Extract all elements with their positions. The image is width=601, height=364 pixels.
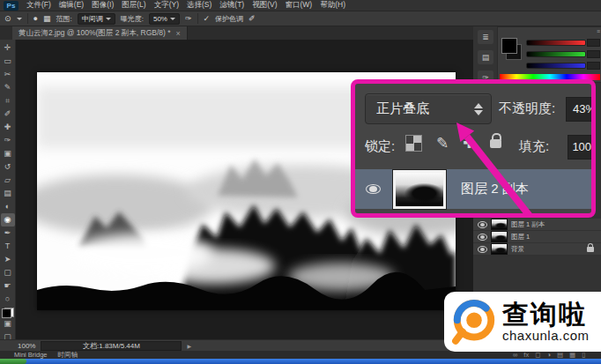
- layer-row[interactable]: 图层 1: [473, 231, 601, 243]
- layer-row[interactable]: 图层 1 副本: [473, 219, 601, 231]
- color-swatches[interactable]: [2, 308, 14, 317]
- adjustment-icon[interactable]: ◑: [546, 351, 551, 359]
- quick-mask-icon[interactable]: ▣: [1, 317, 15, 331]
- layer-thumbnail[interactable]: [491, 231, 508, 242]
- document-tab[interactable]: 黄山云海2.jpg @ 100%(图层 2 副本, RGB/8) * ×: [12, 26, 188, 40]
- ps-logo: Ps: [4, 1, 19, 11]
- tool-path-selection[interactable]: ➤: [1, 253, 15, 266]
- link-icon[interactable]: ∞: [513, 351, 517, 359]
- new-layer-icon[interactable]: ▦: [569, 351, 575, 359]
- foreground-color-swatch[interactable]: [2, 308, 11, 318]
- menu-type[interactable]: 文字(Y): [154, 0, 179, 11]
- blue-slider[interactable]: [526, 63, 586, 69]
- group-icon[interactable]: ▤: [557, 351, 563, 359]
- tab-timeline[interactable]: 时间轴: [58, 351, 78, 360]
- red-slider[interactable]: [526, 40, 586, 46]
- lock-pixels-brush-icon[interactable]: ✎: [436, 136, 449, 151]
- tool-dodge[interactable]: ◉: [1, 213, 15, 227]
- preset-panel-icon[interactable]: ▦: [43, 14, 51, 23]
- fx-icon[interactable]: fx: [523, 351, 529, 359]
- blend-mode-dropdown[interactable]: 正片叠底: [365, 93, 492, 124]
- tool-healing-brush[interactable]: ✚: [1, 121, 15, 134]
- tool-hand[interactable]: ☛: [1, 279, 15, 293]
- document-title: 黄山云海2.jpg @ 100%(图层 2 副本, RGB/8) *: [19, 28, 171, 39]
- menu-layer[interactable]: 图层(L): [122, 0, 145, 11]
- airbrush-icon[interactable]: ✐: [249, 14, 256, 23]
- zoom-tool-icon[interactable]: ⊙: [4, 14, 11, 23]
- history-panel-icon[interactable]: ≣: [478, 30, 493, 44]
- tool-pen[interactable]: ✒: [1, 227, 15, 240]
- tool-zoom[interactable]: ○: [1, 293, 15, 306]
- lock-all-icon[interactable]: [490, 139, 501, 148]
- menu-help[interactable]: 帮助(H): [320, 0, 345, 11]
- menu-bar: Ps 文件(F) 编辑(E) 图像(I) 图层(L) 文字(Y) 选择(S) 滤…: [0, 0, 601, 11]
- checkbox-check-icon[interactable]: ✓: [204, 14, 211, 23]
- tool-blur[interactable]: ◐: [1, 200, 15, 213]
- lock-icons-group: ✎ ✜: [405, 135, 501, 152]
- menu-window[interactable]: 窗口(W): [286, 0, 313, 11]
- pen-pressure-icon[interactable]: ✑: [185, 14, 192, 23]
- opacity-value[interactable]: 43%: [566, 97, 596, 122]
- layer-thumbnail[interactable]: [393, 170, 446, 209]
- visibility-eye-icon[interactable]: [478, 246, 487, 253]
- menu-image[interactable]: 图像(I): [92, 0, 114, 11]
- tools-panel: ✛ ▭ ✂ ✎ ⌗ ✐ ✚ ✑ ▣ ↺ ▱ ▤ ◐ ◉ ✒ T ➤ ▢ ☛ ○ …: [0, 40, 16, 344]
- blue-value-box[interactable]: [587, 62, 600, 70]
- fill-value[interactable]: 100%: [568, 135, 596, 160]
- lock-position-move-icon[interactable]: ✜: [463, 136, 475, 151]
- start-button[interactable]: [0, 359, 26, 364]
- tool-marquee[interactable]: ▭: [1, 55, 15, 68]
- tool-shape[interactable]: ▢: [1, 266, 15, 279]
- windows-taskbar[interactable]: [0, 359, 601, 364]
- properties-panel-icon[interactable]: ▤: [478, 50, 493, 64]
- tool-history-brush[interactable]: ↺: [1, 160, 15, 174]
- opacity-label: 不透明度:: [499, 100, 555, 117]
- layer-thumbnail[interactable]: [491, 219, 508, 230]
- tab-mini-bridge[interactable]: Mini Bridge: [14, 351, 48, 359]
- tool-eyedropper[interactable]: ✐: [1, 108, 15, 121]
- lock-transparency-icon[interactable]: [405, 135, 422, 152]
- tool-lasso[interactable]: ✂: [1, 68, 15, 81]
- panel-menu-icon[interactable]: ≡: [597, 28, 600, 34]
- protect-tones-label[interactable]: 保护色调: [215, 14, 243, 24]
- tool-eraser[interactable]: ▱: [1, 174, 15, 187]
- layer-thumbnail: [381, 213, 434, 218]
- tool-quick-selection[interactable]: ✎: [1, 81, 15, 94]
- divider: [197, 13, 198, 24]
- brush-preview-icon[interactable]: ●: [33, 14, 38, 23]
- visibility-eye-icon[interactable]: [478, 234, 487, 241]
- menu-file[interactable]: 文件(F): [26, 0, 51, 11]
- menu-select[interactable]: 选择(S): [187, 0, 211, 11]
- foreground-swatch[interactable]: [501, 38, 517, 54]
- selected-layer-row[interactable]: 图层 2 副本: [355, 169, 591, 209]
- delete-icon[interactable]: ▯: [582, 351, 585, 359]
- status-menu-arrow-icon[interactable]: ▶: [187, 343, 191, 349]
- green-value-box[interactable]: [587, 50, 600, 58]
- visibility-eye-icon[interactable]: [478, 221, 487, 228]
- chevron-down-icon: [170, 18, 175, 20]
- lock-label: 锁定:: [365, 138, 395, 155]
- menu-view[interactable]: 视图(V): [252, 0, 277, 11]
- menu-edit[interactable]: 编辑(E): [59, 0, 84, 11]
- tool-gradient[interactable]: ▤: [1, 187, 15, 200]
- zoom-level[interactable]: 100%: [18, 342, 35, 350]
- layer-name: 图层 1 副本: [511, 220, 545, 229]
- red-value-box[interactable]: [587, 39, 600, 47]
- exposure-label: 曝光度:: [121, 14, 144, 24]
- layer-row[interactable]: 背景: [473, 243, 601, 256]
- visibility-eye-icon[interactable]: [366, 184, 381, 194]
- chevron-down-icon[interactable]: [17, 18, 22, 20]
- menu-filter[interactable]: 滤镜(T): [219, 0, 244, 11]
- range-select[interactable]: 中间调: [78, 13, 115, 25]
- tool-clone-stamp[interactable]: ▣: [1, 147, 15, 160]
- mask-icon[interactable]: ◻: [535, 351, 540, 359]
- green-slider[interactable]: [526, 51, 586, 57]
- tool-brush[interactable]: ✑: [1, 134, 15, 147]
- layer-thumbnail[interactable]: [491, 243, 508, 255]
- tool-options-bar: ⊙ ● ▦ 范围: 中间调 曝光度: 50% ✑ ✓ 保护色调 ✐: [0, 11, 601, 26]
- exposure-value[interactable]: 50%: [149, 13, 180, 25]
- tool-type[interactable]: T: [1, 240, 15, 253]
- close-icon[interactable]: ×: [176, 29, 181, 38]
- tool-move[interactable]: ✛: [1, 41, 15, 55]
- tool-crop[interactable]: ⌗: [1, 94, 15, 108]
